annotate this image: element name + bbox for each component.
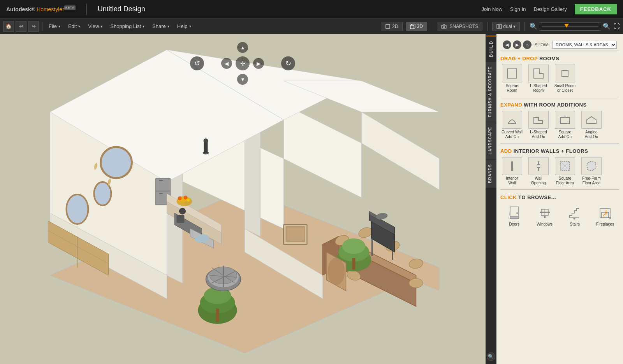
- sign-in-link[interactable]: Sign In: [510, 6, 526, 12]
- toolbar-sep-3: [487, 22, 487, 31]
- wall-opening-item[interactable]: WallOpening: [527, 157, 550, 186]
- svg-marker-89: [534, 117, 542, 124]
- panel-content: ◀ ▶ ⌂ SHOW: ROOMS, WALLS & AREAS FLOOR P…: [496, 34, 623, 364]
- interior-wall-item[interactable]: InteriorWall: [500, 157, 524, 186]
- fullscreen-btn[interactable]: ⛶: [614, 23, 620, 30]
- square-addon-icon: [555, 111, 575, 129]
- small-room-item[interactable]: Small Roomor Closet: [553, 65, 577, 93]
- brands-tab[interactable]: BRANDS: [486, 159, 496, 188]
- view-menu[interactable]: View ▾: [85, 22, 106, 31]
- view-2d-btn[interactable]: 2D: [381, 22, 402, 31]
- doors-item[interactable]: Doors: [500, 203, 528, 226]
- windows-item[interactable]: Windows: [531, 203, 559, 226]
- design-gallery-link[interactable]: Design Gallery: [534, 6, 567, 12]
- wall-opening-label: WallOpening: [531, 176, 546, 186]
- panel-search-btn[interactable]: 🔍: [487, 352, 495, 361]
- fireplaces-item[interactable]: Fireplaces: [591, 203, 619, 226]
- drag-drop-title: DRAG + DROP ROOMS: [500, 56, 619, 61]
- windows-label: Windows: [537, 222, 553, 226]
- dual-icon: [496, 24, 502, 29]
- logo-area: Autodesk® HomestylerBETA Untitled Design: [6, 4, 145, 15]
- l-shaped-addon-label: L-ShapedAdd-On: [530, 130, 547, 139]
- landscape-tab[interactable]: LANDSCAPE: [486, 122, 496, 159]
- svg-rect-1: [410, 25, 414, 29]
- l-shaped-addon-svg: [531, 113, 546, 127]
- freeform-floor-label: Free-FormFloor Area: [582, 176, 600, 186]
- square-addon-label: SquareAdd-On: [558, 130, 572, 139]
- file-menu[interactable]: File ▾: [46, 22, 63, 31]
- rotate-right-btn[interactable]: ↻: [281, 56, 295, 70]
- share-menu[interactable]: Share ▾: [149, 22, 172, 31]
- browse-grid: Doors Windows: [500, 203, 619, 226]
- square-floor-icon: [555, 157, 575, 175]
- small-room-icon: [555, 65, 575, 82]
- furnish-tab[interactable]: FURNISH & DECORATE: [486, 61, 496, 122]
- interior-wall-label: InteriorWall: [506, 176, 518, 186]
- svg-rect-0: [386, 24, 390, 28]
- curved-wall-item[interactable]: Curved WallAdd-On: [500, 111, 524, 139]
- join-now-link[interactable]: Join Now: [482, 6, 502, 12]
- walls-floors-title: ADD INTERIOR WALLS + FLOORS: [500, 148, 619, 154]
- svg-point-33: [179, 208, 185, 214]
- panel-forward-btn[interactable]: ▶: [513, 40, 521, 49]
- l-shaped-addon-item[interactable]: L-ShapedAdd-On: [527, 111, 550, 139]
- main-area: ↺ ▲ ▼ ◀ ▶ ✛ ↻ BUILD FURNISH & DECORATE L…: [0, 34, 623, 364]
- zoom-out-btn[interactable]: 🔍: [530, 23, 537, 30]
- square-floor-item[interactable]: SquareFloor Area: [553, 157, 577, 186]
- 3d-icon: [410, 24, 415, 29]
- small-room-svg: [558, 66, 572, 80]
- svg-point-47: [342, 238, 365, 254]
- fireplaces-icon: [596, 203, 614, 222]
- panel-back-btn[interactable]: ◀: [503, 40, 511, 49]
- square-floor-svg: [558, 159, 572, 173]
- angled-addon-item[interactable]: AngledAdd-On: [580, 111, 603, 139]
- zoom-slider[interactable]: [539, 22, 601, 31]
- pan-down-btn[interactable]: ▼: [237, 74, 248, 85]
- pan-up-btn[interactable]: ▲: [237, 42, 248, 53]
- square-room-item[interactable]: SquareRoom: [500, 65, 524, 93]
- edit-menu[interactable]: Edit ▾: [65, 22, 83, 31]
- stairs-icon: [565, 203, 584, 222]
- zoom-thumb: [564, 24, 569, 28]
- freeform-floor-item[interactable]: Free-FormFloor Area: [580, 157, 603, 186]
- pan-right-btn[interactable]: ▶: [253, 58, 264, 69]
- svg-rect-4: [442, 25, 446, 28]
- toolbar-sep-2: [432, 22, 432, 31]
- svg-rect-52: [216, 308, 219, 322]
- stairs-item[interactable]: Stairs: [561, 203, 589, 226]
- wall-opening-icon: [528, 157, 549, 175]
- doors-svg: [506, 205, 523, 221]
- build-tab[interactable]: BUILD: [486, 36, 496, 61]
- home-icon-btn[interactable]: 🏠: [3, 21, 14, 32]
- doors-label: Doors: [509, 222, 519, 226]
- redo-btn[interactable]: ↪: [28, 21, 39, 32]
- svg-point-113: [609, 217, 611, 219]
- l-shaped-room-icon: [528, 65, 549, 82]
- dual-view-btn[interactable]: dual ▾: [492, 22, 520, 31]
- help-menu[interactable]: Help ▾: [174, 22, 194, 31]
- show-select[interactable]: ROOMS, WALLS & AREAS FLOOR PLAN 3D VIEW: [552, 41, 617, 49]
- canvas-area[interactable]: ↺ ▲ ▼ ◀ ▶ ✛ ↻: [0, 34, 486, 364]
- undo-btn[interactable]: ↩: [16, 21, 26, 32]
- square-addon-item[interactable]: SquareAdd-On: [553, 111, 577, 139]
- view-3d-btn[interactable]: 3D: [406, 22, 427, 31]
- pan-center-btn[interactable]: ✛: [236, 56, 250, 70]
- panel-home-btn[interactable]: ⌂: [523, 40, 531, 49]
- feedback-button[interactable]: FEEDBACK: [575, 4, 617, 14]
- windows-icon: [535, 203, 554, 222]
- pan-left-btn[interactable]: ◀: [221, 58, 232, 69]
- square-room-svg: [505, 66, 519, 80]
- freeform-floor-svg: [584, 159, 598, 173]
- square-addon-svg: [558, 113, 572, 127]
- 2d-icon: [385, 24, 391, 29]
- snapshots-btn[interactable]: SNAPSHOTS: [437, 22, 482, 31]
- svg-point-79: [327, 258, 345, 285]
- shopping-list-menu[interactable]: Shopping List ▾: [107, 22, 148, 31]
- doors-icon: [505, 203, 524, 222]
- rotate-left-btn[interactable]: ↺: [190, 56, 204, 70]
- zoom-in-btn[interactable]: 🔍: [603, 23, 611, 30]
- wall-opening-svg: [531, 159, 546, 173]
- divider-1: [500, 97, 619, 97]
- divider-3: [500, 189, 619, 190]
- l-shaped-room-item[interactable]: L-ShapedRoom: [527, 65, 550, 93]
